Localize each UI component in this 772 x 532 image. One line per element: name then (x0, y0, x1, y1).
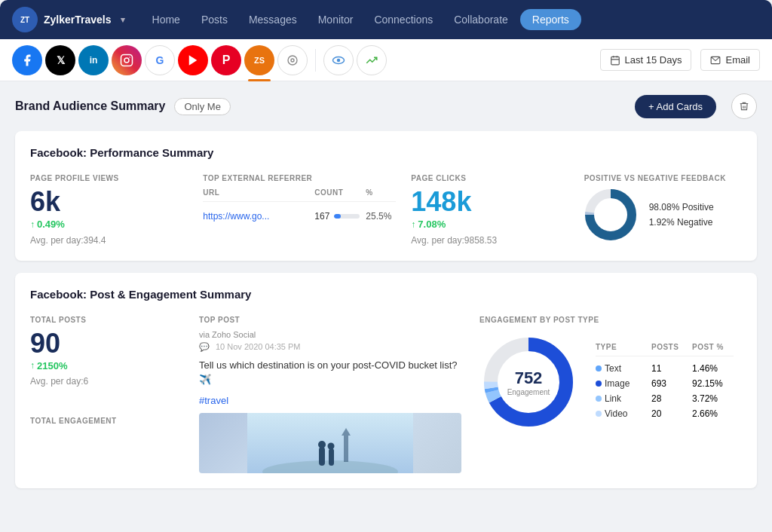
total-engagement-label: TOTAL ENGAGEMENT (30, 417, 181, 425)
top-navigation: ZT ZylkerTravels ▾ Home Posts Messages M… (0, 0, 772, 39)
top-post-label: TOP POST (199, 316, 461, 324)
svg-rect-22 (344, 436, 348, 462)
page-clicks-avg: Avg. per day:9858.53 (411, 235, 568, 246)
feedback-donut-chart (584, 188, 637, 241)
engagement-by-type: ENGAGEMENT BY POST TYPE (479, 316, 742, 473)
referrer-table-header: URL COUNT % (203, 188, 396, 202)
nav-posts[interactable]: Posts (192, 9, 237, 30)
watch-icon[interactable] (323, 45, 354, 75)
engagement-table: TYPE POSTS POST % Text 11 1.46% Image 69… (596, 343, 734, 421)
instagram-icon[interactable] (112, 45, 142, 75)
add-cards-button[interactable]: + Add Cards (635, 95, 716, 118)
nav-home[interactable]: Home (143, 9, 189, 30)
facebook-icon[interactable] (12, 45, 42, 75)
trash-icon (739, 101, 749, 112)
post-engagement-card: Facebook: Post & Engagement Summary TOTA… (15, 273, 757, 488)
svg-point-5 (288, 56, 297, 65)
eng-row-text: Text 11 1.46% (596, 361, 734, 376)
link-dot (596, 396, 602, 402)
nav-items: Home Posts Messages Monitor Connections … (143, 9, 760, 30)
performance-grid: PAGE PROFILE VIEWS 6k ↑ 0.49% Avg. per d… (30, 174, 742, 246)
divider (315, 49, 316, 72)
post-hashtag[interactable]: #travel (199, 395, 228, 406)
top-post-section: TOP POST via Zoho Social 💬 10 Nov 2020 0… (199, 316, 461, 473)
donut-center-text: 752 Engagement (507, 368, 550, 396)
chevron-down-icon: ▾ (121, 15, 125, 25)
page-header: Brand Audience Summary Only Me + Add Car… (0, 81, 772, 131)
top-referrer-section: TOP EXTERNAL REFERRER URL COUNT % https:… (203, 174, 396, 246)
nav-connections[interactable]: Connections (365, 9, 442, 30)
up-arrow-icon-2: ↑ (411, 219, 415, 230)
linkedin-icon[interactable]: in (78, 45, 109, 75)
page-views-metric: PAGE PROFILE VIEWS 6k ↑ 0.49% Avg. per d… (30, 174, 188, 246)
svg-point-19 (318, 441, 326, 448)
google-icon[interactable]: G (145, 45, 175, 75)
page-clicks-metric: PAGE CLICKS 148k ↑ 7.08% Avg. per day:98… (411, 174, 568, 246)
svg-point-2 (129, 57, 130, 58)
custom-icon-1[interactable] (277, 45, 308, 75)
engagement-donut: 752 Engagement (479, 333, 577, 431)
post-time-row: 💬 10 Nov 2020 04:35 PM (199, 342, 461, 352)
youtube-icon[interactable] (178, 45, 208, 75)
social-icons-bar: 𝕏 in G P ZS Last 15 Days Email (0, 39, 772, 81)
logo-icon: ZT (12, 7, 38, 32)
nav-monitor[interactable]: Monitor (309, 9, 363, 30)
nav-messages[interactable]: Messages (240, 9, 306, 30)
nav-reports[interactable]: Reports (520, 9, 581, 30)
feedback-label: POSITIVE VS NEGATIVE FEEDBACK (584, 174, 742, 182)
referrer-url[interactable]: https://www.go... (203, 211, 308, 222)
svg-point-1 (124, 58, 129, 63)
page-title: Brand Audience Summary (15, 99, 165, 113)
total-posts-value: 90 (30, 330, 181, 357)
page-clicks-change: ↑ 7.08% (411, 219, 446, 230)
page-views-value: 6k (30, 188, 188, 216)
post-engagement-title: Facebook: Post & Engagement Summary (30, 288, 742, 301)
performance-summary-title: Facebook: Performance Summary (30, 146, 742, 159)
page-views-avg: Avg. per day:394.4 (30, 235, 188, 246)
total-posts-section: TOTAL POSTS 90 ↑ 2150% Avg. per day:6 TO… (30, 316, 181, 473)
positive-row: 98.08% Positive (649, 202, 714, 212)
eng-row-video: Video 20 2.66% (596, 406, 734, 421)
page-views-label: PAGE PROFILE VIEWS (30, 174, 188, 182)
text-dot (596, 365, 602, 371)
post-image (199, 413, 461, 473)
main-content: Facebook: Performance Summary PAGE PROFI… (0, 131, 772, 532)
page-clicks-value: 148k (411, 188, 568, 216)
growth-icon[interactable] (357, 45, 387, 75)
svg-rect-20 (329, 448, 334, 466)
date-range-button[interactable]: Last 15 Days (600, 49, 692, 71)
referrer-row: https://www.go... 167 25.5% (203, 208, 396, 225)
zoho-social-icon[interactable]: ZS (244, 45, 274, 75)
feedback-chart: 98.08% Positive 1.92% Negative (584, 188, 742, 241)
svg-point-21 (328, 442, 335, 449)
svg-point-4 (291, 59, 294, 62)
donut-wrap: 752 Engagement TYPE POSTS POST % Text 11 (479, 333, 742, 431)
image-dot (596, 381, 602, 387)
svg-rect-8 (611, 57, 619, 65)
delete-button[interactable] (731, 93, 757, 119)
svg-rect-18 (319, 447, 325, 466)
post-engage-grid: TOTAL POSTS 90 ↑ 2150% Avg. per day:6 TO… (30, 316, 742, 473)
eng-table-header: TYPE POSTS POST % (596, 343, 734, 356)
referrer-bar (334, 214, 360, 219)
brand-logo[interactable]: ZT ZylkerTravels ▾ (12, 7, 125, 32)
twitter-x-icon[interactable]: 𝕏 (45, 45, 75, 75)
nav-collaborate[interactable]: Collaborate (445, 9, 517, 30)
svg-rect-0 (121, 54, 133, 66)
total-posts-change: ↑ 2150% (30, 360, 67, 371)
post-time: 10 Nov 2020 04:35 PM (216, 342, 301, 351)
negative-row: 1.92% Negative (649, 217, 714, 228)
performance-summary-card: Facebook: Performance Summary PAGE PROFI… (15, 131, 757, 261)
total-posts-avg: Avg. per day:6 (30, 376, 181, 387)
referrer-label: TOP EXTERNAL REFERRER (203, 174, 396, 182)
up-arrow-icon: ↑ (30, 219, 35, 230)
feedback-legend: 98.08% Positive 1.92% Negative (649, 202, 714, 228)
pinterest-icon[interactable]: P (211, 45, 241, 75)
calendar-icon (610, 55, 620, 66)
feedback-section: POSITIVE VS NEGATIVE FEEDBACK 98.08% Pos… (584, 174, 742, 246)
svg-marker-3 (189, 55, 198, 66)
email-button[interactable]: Email (700, 49, 760, 71)
svg-point-7 (338, 59, 340, 61)
visibility-badge[interactable]: Only Me (174, 98, 230, 115)
total-posts-label: TOTAL POSTS (30, 316, 181, 324)
